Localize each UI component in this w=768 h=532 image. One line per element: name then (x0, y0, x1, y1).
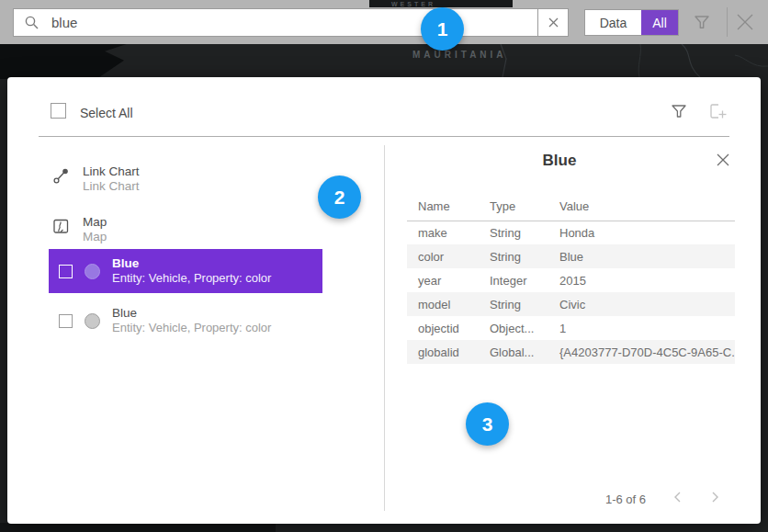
select-all-label: Select All (80, 106, 133, 120)
result-subtitle: Entity: Vehicle, Property: color (112, 321, 271, 335)
app-screen: MAURITANIA blue Data All (0, 0, 768, 532)
result-checkbox[interactable] (59, 314, 73, 328)
table-row[interactable]: modelStringCivic (407, 292, 735, 316)
filter-button[interactable] (691, 11, 713, 33)
table-cell: String (479, 244, 548, 268)
table-row[interactable]: globalidGlobal...{A4203777-D70D-4C5C-9A6… (407, 340, 735, 364)
table-cell: Blue (548, 244, 735, 268)
table-cell: model (407, 292, 479, 316)
search-text: blue (51, 15, 77, 30)
map-label-mauritania: MAURITANIA (412, 50, 507, 60)
table-cell: Object... (479, 316, 548, 340)
search-box: blue (13, 8, 569, 37)
search-results-panel: Select All (7, 77, 761, 524)
table-cell: Integer (479, 268, 548, 292)
scope-toggle: Data All (584, 9, 679, 36)
result-item-blue-selected[interactable]: Blue Entity: Vehicle, Property: color (49, 249, 322, 293)
select-all-checkbox[interactable] (51, 103, 66, 119)
map-label-western-sahara: WESTER (391, 0, 513, 7)
result-item-blue[interactable]: Blue Entity: Vehicle, Property: color (49, 300, 322, 341)
table-row[interactable]: makeStringHonda (407, 221, 735, 244)
attributes-table: Name Type Value makeStringHondacolorStri… (407, 193, 735, 364)
table-cell: objectid (407, 316, 479, 340)
chevron-left-icon (671, 490, 685, 504)
table-cell: globalid (407, 340, 479, 364)
column-header-type: Type (479, 193, 548, 221)
result-subtitle: Entity: Vehicle, Property: color (112, 271, 271, 286)
pagination-label: 1-6 of 6 (559, 492, 646, 506)
header-divider (39, 136, 729, 137)
column-header-name: Name (407, 193, 479, 221)
circle-swatch-icon (85, 264, 100, 279)
scope-all-button[interactable]: All (641, 10, 678, 35)
add-to-selection-button[interactable] (707, 101, 729, 123)
circle-swatch-icon (85, 313, 100, 329)
clear-icon (548, 17, 559, 28)
table-row[interactable]: yearInteger2015 (407, 268, 735, 292)
result-title: Link Chart (83, 164, 140, 179)
table-cell: 2015 (548, 268, 735, 292)
table-header-row: Name Type Value (407, 193, 735, 221)
close-icon (715, 152, 731, 168)
table-cell: Civic (548, 292, 735, 316)
close-search-button[interactable] (732, 9, 758, 35)
chevron-right-icon (707, 490, 722, 504)
details-table-body: makeStringHondacolorStringBlueyearIntege… (407, 221, 735, 364)
result-checkbox[interactable] (59, 265, 73, 278)
table-cell: String (479, 221, 548, 244)
result-title: Blue (112, 306, 271, 321)
table-cell: String (479, 292, 548, 316)
callout-step-3: 3 (466, 402, 509, 446)
result-item-link-chart[interactable]: Link Chart Link Chart (52, 164, 140, 194)
add-selection-icon (707, 101, 729, 123)
table-cell: year (407, 268, 479, 292)
table-row[interactable]: colorStringBlue (407, 244, 735, 268)
link-chart-icon (52, 167, 70, 194)
prev-page-button[interactable] (670, 490, 686, 506)
result-item-map[interactable]: Map Map (52, 214, 107, 244)
map-peek: WESTER (369, 0, 513, 7)
close-icon (732, 9, 758, 35)
callout-step-1: 1 (421, 7, 464, 51)
table-cell: 1 (548, 316, 735, 340)
table-cell: Honda (548, 221, 735, 244)
map-icon (52, 218, 70, 244)
next-page-button[interactable] (706, 490, 723, 506)
table-cell: Global... (479, 340, 548, 364)
details-close-button[interactable] (714, 152, 732, 170)
result-subtitle: Map (83, 230, 107, 244)
table-cell: {A4203777-D70D-4C5C-9A65-C... (548, 340, 735, 364)
table-cell: make (407, 221, 479, 244)
table-row[interactable]: objectidObject...1 (407, 316, 735, 340)
details-title: Blue (384, 152, 735, 170)
column-header-value: Value (548, 193, 735, 221)
filter-icon (691, 11, 713, 33)
table-cell: color (407, 244, 479, 268)
scope-data-button[interactable]: Data (585, 10, 641, 35)
panel-filter-button[interactable] (669, 101, 689, 121)
search-icon (24, 15, 40, 30)
clear-search-button[interactable] (537, 8, 569, 37)
result-title: Blue (112, 256, 271, 271)
filter-icon (669, 101, 689, 121)
result-subtitle: Link Chart (83, 179, 140, 194)
panel-divider (384, 145, 385, 511)
toolbar-divider (727, 7, 728, 37)
callout-step-2: 2 (318, 175, 361, 219)
result-title: Map (83, 214, 107, 230)
